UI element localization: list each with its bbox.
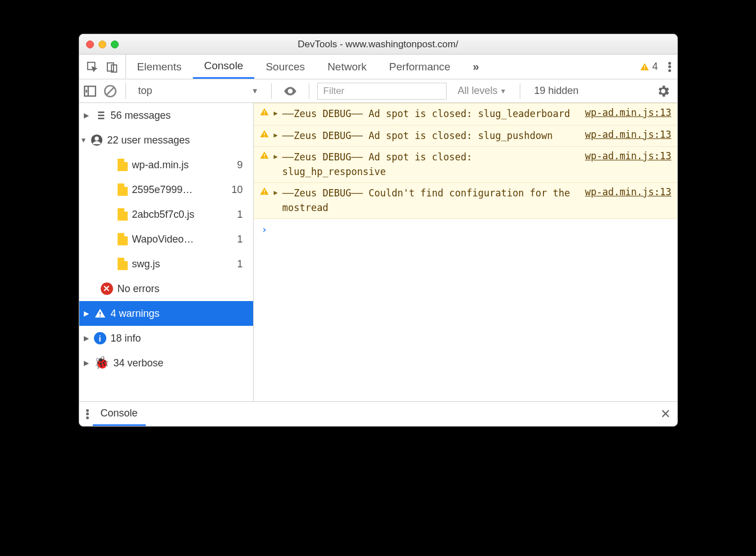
tab-performance[interactable]: Performance xyxy=(378,55,462,79)
log-source-link[interactable]: wp-ad.min.js:13 xyxy=(585,107,672,122)
context-label: top xyxy=(138,85,152,97)
warning-icon xyxy=(640,62,650,72)
close-window-button[interactable] xyxy=(86,41,94,48)
drawer-menu-icon[interactable] xyxy=(86,408,89,420)
drawer: Console ✕ xyxy=(79,401,677,426)
expand-icon: ▶ xyxy=(274,153,278,179)
tab-elements[interactable]: Elements xyxy=(126,55,193,79)
log-source-link[interactable]: wp-ad.min.js:13 xyxy=(585,129,672,144)
console-log-entry[interactable]: ▶ ––Zeus DEBUG–– Couldn't find configura… xyxy=(254,183,677,219)
log-message: ––Zeus DEBUG–– Ad spot is closed: slug_l… xyxy=(282,107,575,122)
live-expression-icon[interactable] xyxy=(283,84,298,98)
inspect-element-icon[interactable] xyxy=(86,61,98,73)
expand-icon: ▶ xyxy=(84,310,89,317)
panel-tabs: Elements Console Sources Network Perform… xyxy=(126,55,488,79)
svg-rect-3 xyxy=(645,65,646,68)
log-source-link[interactable]: wp-ad.min.js:13 xyxy=(585,186,672,215)
clear-console-icon[interactable] xyxy=(103,84,118,98)
toggle-sidebar-icon[interactable] xyxy=(83,84,97,98)
levels-label: All levels xyxy=(458,85,498,97)
file-count: 1 xyxy=(237,258,242,270)
filter-input[interactable] xyxy=(317,83,447,100)
bug-icon: 🐞 xyxy=(94,356,109,370)
svg-rect-26 xyxy=(264,193,265,194)
sidebar-file-item[interactable]: wp-ad.min.js 9 xyxy=(79,153,253,177)
sidebar-file-item[interactable]: 2595e7999… 10 xyxy=(79,177,253,202)
log-message: ––Zeus DEBUG–– Ad spot is closed: slug_h… xyxy=(282,150,575,179)
tab-console[interactable]: Console xyxy=(193,55,255,79)
expand-icon: ▶ xyxy=(84,111,89,119)
sidebar-item-label: 4 warnings xyxy=(111,308,160,320)
console-log-entry[interactable]: ▶ ––Zeus DEBUG–– Ad spot is closed: slug… xyxy=(254,103,677,125)
sidebar-item-label: 34 verbose xyxy=(114,357,164,369)
file-count: 1 xyxy=(237,234,242,245)
sidebar-file-item[interactable]: swg.js 1 xyxy=(79,252,253,276)
sidebar-item-label: No errors xyxy=(118,283,160,295)
svg-rect-20 xyxy=(264,114,265,115)
close-drawer-icon[interactable]: ✕ xyxy=(660,407,670,422)
sidebar-warnings[interactable]: ▶ 4 warnings xyxy=(79,301,253,326)
sidebar-errors[interactable]: ✕ No errors xyxy=(79,276,253,301)
console-log-entry[interactable]: ▶ ––Zeus DEBUG–– Ad spot is closed: slug… xyxy=(254,125,677,147)
file-name: WapoVideo… xyxy=(132,234,194,245)
drawer-tab-console[interactable]: Console xyxy=(93,402,146,426)
zoom-window-button[interactable] xyxy=(111,41,119,48)
log-levels-selector[interactable]: All levels ▼ xyxy=(452,85,512,97)
console-main: ▶ 56 messages ▼ 22 user messages wp-ad.m… xyxy=(79,103,677,401)
hidden-messages-count[interactable]: 19 hidden xyxy=(528,85,584,97)
settings-menu-icon[interactable] xyxy=(668,61,672,73)
tab-overflow[interactable]: » xyxy=(462,55,488,79)
console-settings-icon[interactable] xyxy=(656,84,670,98)
expand-icon: ▶ xyxy=(274,131,278,144)
svg-rect-19 xyxy=(264,111,265,113)
tab-sources[interactable]: Sources xyxy=(254,55,316,79)
svg-rect-17 xyxy=(100,312,101,315)
collapse-icon: ▼ xyxy=(80,136,86,144)
console-toolbar: top ▼ All levels ▼ 19 hidden xyxy=(79,79,677,103)
console-log-list: ▶ ––Zeus DEBUG–– Ad spot is closed: slug… xyxy=(254,103,677,401)
file-count: 9 xyxy=(237,159,242,171)
user-icon xyxy=(91,134,103,146)
file-icon xyxy=(118,183,128,196)
titlebar: DevTools - www.washingtonpost.com/ xyxy=(79,34,677,55)
file-count: 1 xyxy=(237,209,242,221)
sidebar-user-messages[interactable]: ▼ 22 user messages xyxy=(79,128,253,153)
sidebar-file-item[interactable]: WapoVideo… 1 xyxy=(79,227,253,252)
svg-rect-22 xyxy=(264,136,265,137)
expand-icon: ▶ xyxy=(84,359,89,367)
sidebar-messages[interactable]: ▶ 56 messages xyxy=(79,103,253,128)
svg-rect-21 xyxy=(264,132,265,134)
sidebar-file-item[interactable]: 2abcb5f7c0.js 1 xyxy=(79,202,253,227)
svg-rect-1 xyxy=(107,62,113,71)
file-icon xyxy=(118,258,128,270)
log-source-link[interactable]: wp-ad.min.js:13 xyxy=(585,150,672,179)
warnings-badge[interactable]: 4 xyxy=(640,61,658,73)
window-title: DevTools - www.washingtonpost.com/ xyxy=(79,39,677,50)
sidebar-item-label: 22 user messages xyxy=(107,134,190,146)
expand-icon: ▶ xyxy=(84,334,89,342)
log-message: ––Zeus DEBUG–– Ad spot is closed: slug_p… xyxy=(282,129,575,144)
warning-icon xyxy=(259,107,269,122)
tab-network[interactable]: Network xyxy=(316,55,378,79)
file-icon xyxy=(118,159,128,171)
console-prompt[interactable]: › xyxy=(254,219,677,240)
dropdown-arrow-icon: ▼ xyxy=(251,87,259,95)
warning-icon xyxy=(259,150,269,179)
svg-rect-23 xyxy=(264,154,265,156)
file-name: wp-ad.min.js xyxy=(132,159,189,171)
dropdown-arrow-icon: ▼ xyxy=(500,87,507,95)
svg-rect-18 xyxy=(100,316,101,317)
sidebar-item-label: 18 info xyxy=(111,333,141,344)
console-log-entry[interactable]: ▶ ––Zeus DEBUG–– Ad spot is closed: slug… xyxy=(254,147,677,183)
warning-icon xyxy=(259,186,269,215)
warnings-badge-count: 4 xyxy=(652,61,658,73)
sidebar-verbose[interactable]: ▶ 🐞 34 verbose xyxy=(79,351,253,375)
file-icon xyxy=(118,233,128,245)
execution-context-selector[interactable]: top ▼ xyxy=(134,85,263,97)
info-icon: i xyxy=(94,332,106,344)
minimize-window-button[interactable] xyxy=(98,41,106,48)
svg-rect-25 xyxy=(264,190,265,192)
file-name: 2595e7999… xyxy=(132,184,193,196)
sidebar-info[interactable]: ▶ i 18 info xyxy=(79,326,253,351)
device-toolbar-icon[interactable] xyxy=(106,61,119,73)
